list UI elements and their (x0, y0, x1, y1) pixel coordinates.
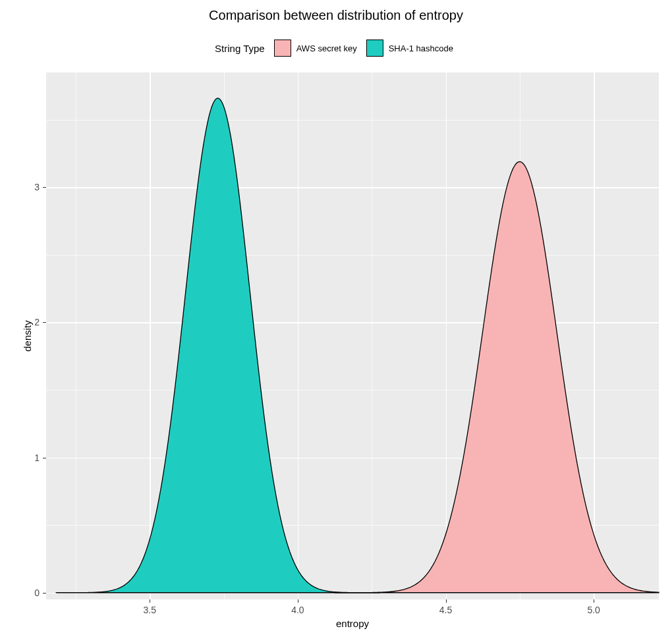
density-aws-secret-key (335, 161, 659, 592)
legend-label-sha1: SHA-1 hashcode (389, 43, 453, 53)
y-axis-label: density (22, 320, 33, 352)
chart-title: Comparison between distribution of entro… (0, 8, 672, 23)
y-tick-label: 0 (34, 588, 46, 598)
x-tick-label: 4.0 (291, 599, 304, 615)
legend: String Type AWS secret key SHA-1 hashcod… (0, 40, 672, 57)
x-tick-label: 5.0 (587, 599, 600, 615)
y-tick-label: 1 (34, 453, 46, 463)
x-axis-label: entropy (46, 618, 659, 629)
legend-title: String Type (215, 43, 265, 54)
y-tick-label: 3 (34, 182, 46, 192)
y-tick-label: 2 (34, 317, 46, 327)
x-tick-label: 3.5 (144, 599, 156, 615)
density-curves (46, 72, 659, 599)
legend-label-aws: AWS secret key (296, 43, 357, 53)
legend-swatch-sha1 (366, 40, 383, 57)
density-sha-1-hashcode (57, 98, 379, 593)
plot-panel: 01233.54.04.55.0 entropy density (46, 72, 659, 599)
x-tick-label: 4.5 (439, 599, 452, 615)
chart: Comparison between distribution of entro… (0, 0, 672, 635)
legend-swatch-aws (274, 40, 291, 57)
